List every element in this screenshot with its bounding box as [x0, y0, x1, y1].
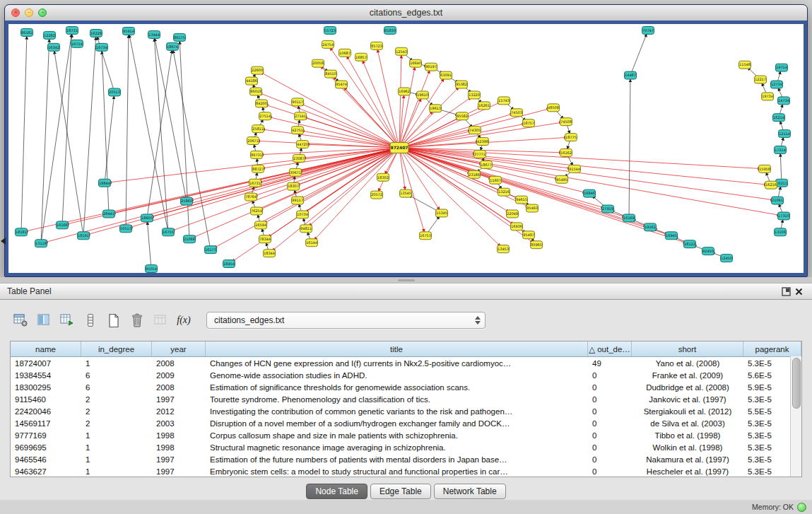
graph-node[interactable]: 78344	[259, 235, 271, 243]
column-header-out_de[interactable]: △ out_de…	[588, 341, 632, 356]
graph-node[interactable]: 16166	[57, 221, 69, 229]
graph-node[interactable]: 19610	[417, 91, 429, 99]
graph-node[interactable]: 50513	[120, 225, 132, 233]
graph-node[interactable]: 86181	[21, 28, 33, 36]
graph-node[interactable]: 19714	[776, 64, 788, 71]
column-header-name[interactable]: name	[11, 341, 81, 356]
graph-node[interactable]: 74508	[560, 118, 572, 126]
graph-node[interactable]: 91544	[569, 165, 581, 173]
graph-node[interactable]: 13106	[775, 228, 787, 236]
graph-node[interactable]: 20513	[109, 88, 121, 96]
row-tools-button[interactable]	[80, 310, 101, 330]
column-header-in_degree[interactable]: in_degree	[81, 341, 152, 356]
graph-node[interactable]: 44720	[297, 141, 309, 148]
graph-node[interactable]: 16846	[584, 189, 596, 197]
graph-node[interactable]: 30671	[290, 168, 302, 176]
graph-node[interactable]: 16731	[249, 179, 261, 187]
graph-node[interactable]: 16755	[163, 228, 175, 236]
graph-node[interactable]: 37771	[474, 150, 486, 158]
table-row[interactable]: 1872400712008Changes of HCN gene express…	[11, 357, 801, 369]
network-canvas[interactable]: 9724078618112282187311622895914134448617…	[8, 24, 804, 273]
close-panel-icon[interactable]	[792, 285, 805, 298]
graph-node[interactable]: 18775	[565, 134, 577, 141]
graph-node[interactable]: 18191	[78, 232, 90, 240]
graph-node[interactable]: 18302	[377, 173, 389, 181]
graph-node[interactable]: 95054	[146, 265, 158, 273]
table-row[interactable]: 1830029562008Estimation of significance …	[11, 381, 801, 393]
graph-node[interactable]: 85723	[371, 42, 383, 49]
graph-node[interactable]: 44186	[246, 77, 258, 85]
hidden-panel-arrow[interactable]	[1, 238, 6, 245]
graph-node[interactable]: 16211	[776, 179, 788, 187]
graph-node[interactable]: 25811	[252, 125, 264, 133]
window-titlebar[interactable]: ✕ − + citations_edges.txt	[5, 5, 807, 21]
graph-node[interactable]: 12543	[396, 47, 408, 55]
graph-node[interactable]: 12734	[771, 81, 783, 88]
graph-node[interactable]: 88727	[252, 165, 264, 173]
graph-node[interactable]: 86175	[174, 33, 186, 41]
graph-node[interactable]: 78764	[245, 193, 257, 201]
column-header-short[interactable]: short	[632, 341, 743, 356]
graph-node[interactable]: 25860	[181, 197, 193, 205]
graph-node[interactable]: 13216	[498, 188, 510, 196]
graph-node[interactable]: 17310	[778, 212, 790, 220]
graph-node[interactable]: 14487	[625, 71, 637, 79]
graph-node[interactable]: 76254	[251, 207, 263, 215]
new-table-button[interactable]	[103, 310, 124, 330]
graph-node[interactable]: 99117	[292, 197, 304, 204]
graph-node[interactable]: 16857	[355, 53, 367, 61]
graph-node[interactable]: 18122	[684, 240, 696, 248]
graph-node[interactable]: 22049	[507, 210, 519, 218]
table-row[interactable]: 911546021997Tourette syndrome. Phenomeno…	[11, 393, 801, 405]
graph-node[interactable]: 42751	[292, 127, 304, 134]
graph-node[interactable]: 16261	[478, 102, 490, 110]
graph-node[interactable]: 94615	[516, 196, 528, 204]
graph-node[interactable]: 24754	[322, 40, 334, 48]
graph-node[interactable]: 42398	[477, 138, 489, 146]
graph-node[interactable]: 74305	[469, 127, 481, 134]
graph-node[interactable]: 16640	[410, 59, 422, 67]
graph-node[interactable]: 19734	[762, 93, 774, 100]
graph-node[interactable]: 13220	[469, 91, 481, 99]
column-header-year[interactable]: year	[152, 341, 206, 356]
graph-node[interactable]: 21061	[772, 197, 784, 204]
graph-node[interactable]: 21066	[184, 235, 196, 243]
tab-network-table[interactable]: Network Table	[434, 484, 506, 499]
table-selector-dropdown[interactable]: citations_edges.txt	[206, 312, 486, 329]
graph-node[interactable]: 16734	[96, 43, 108, 51]
graph-node[interactable]: 18844	[99, 179, 111, 187]
graph-node[interactable]: 12217	[755, 76, 767, 83]
graph-node[interactable]: 70747	[642, 26, 654, 34]
graph-node[interactable]: 63091	[440, 71, 452, 79]
graph-node[interactable]: 16342	[48, 43, 60, 51]
graph-node[interactable]: 16945	[666, 232, 678, 240]
table-settings-button[interactable]	[10, 310, 31, 330]
graph-node[interactable]: 18757	[523, 119, 535, 127]
graph-node[interactable]: 17214	[775, 146, 787, 154]
graph-node[interactable]: 95493	[526, 204, 539, 212]
graph-node[interactable]: 11548	[739, 61, 751, 69]
graph-node[interactable]: 16936	[511, 223, 523, 230]
graph-node[interactable]: 15958	[759, 165, 771, 173]
graph-node[interactable]: 20572	[371, 191, 383, 199]
graph-node[interactable]: 18454	[223, 260, 235, 268]
graph-node[interactable]: 16594	[255, 221, 267, 229]
graph-node[interactable]: 95474	[336, 81, 348, 88]
graph-node[interactable]: 18677	[481, 160, 493, 168]
graph-node[interactable]: 86018	[250, 88, 262, 95]
table-scrollbar[interactable]	[790, 356, 801, 477]
graph-node[interactable]: 27919	[602, 205, 614, 213]
graph-node[interactable]: 16214	[773, 114, 785, 122]
graph-node[interactable]: 95497	[523, 231, 535, 239]
graph-node[interactable]: 81830	[384, 26, 396, 34]
graph-node[interactable]: 95495	[556, 175, 568, 183]
graph-node[interactable]: 18674	[167, 42, 179, 50]
graph-node[interactable]: 84510	[325, 70, 337, 78]
graph-node[interactable]: 15345	[436, 209, 448, 217]
tab-edge-table[interactable]: Edge Table	[370, 484, 431, 499]
table-row[interactable]: 1456911722003Disruption of a novel membe…	[11, 417, 801, 429]
scrollbar-thumb[interactable]	[792, 358, 801, 409]
graph-node[interactable]: 96197	[425, 63, 437, 71]
graph-node[interactable]: 18344	[264, 250, 276, 257]
table-row[interactable]: 977716911998Corpus callosum shape and si…	[11, 429, 801, 441]
